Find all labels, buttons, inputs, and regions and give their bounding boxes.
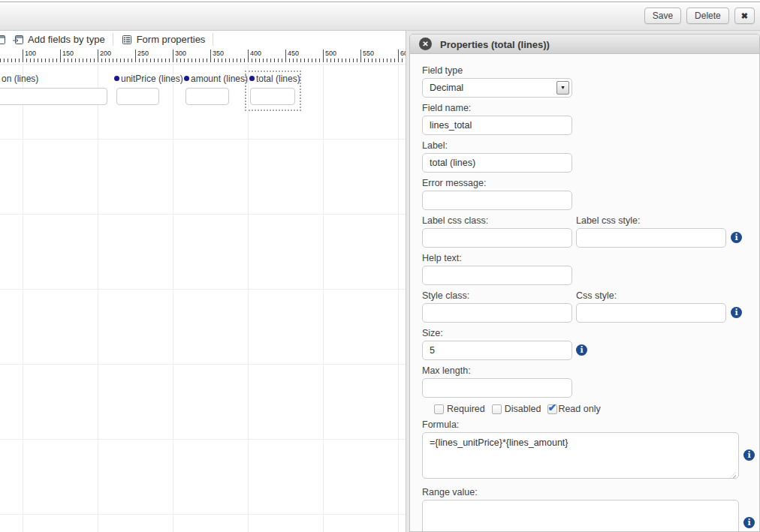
style-class-label: Style class: xyxy=(422,290,576,301)
disabled-checkbox[interactable] xyxy=(492,404,502,414)
canvas-field-input[interactable] xyxy=(0,88,107,105)
canvas-toolbar: Add fields by type Form properties xyxy=(0,31,406,48)
canvas-field-input[interactable] xyxy=(116,88,159,105)
field-bullet-icon xyxy=(184,76,189,81)
field-bullet-icon xyxy=(249,76,255,81)
canvas-field-label: unitPrice (lines) xyxy=(121,74,183,84)
help-text-label: Help text: xyxy=(422,253,759,263)
toolbar-separator xyxy=(113,33,113,46)
size-group: Size: i xyxy=(422,328,759,360)
error-message-input[interactable] xyxy=(422,191,572,210)
style-css-group: Style class: Css style: i xyxy=(422,290,759,323)
save-button[interactable]: Save xyxy=(644,8,681,24)
panel-title: Properties (total (lines)) xyxy=(440,39,550,50)
label-css-style-label: Label css style: xyxy=(576,215,731,226)
field-type-group: Field type Decimal ▼ xyxy=(422,65,759,98)
canvas-field-label: amount (lines) xyxy=(191,74,248,84)
range-value-group: Range value: i xyxy=(422,487,759,532)
error-message-label: Error message: xyxy=(422,178,759,188)
properties-panel: ✕ Properties (total (lines)) Field type … xyxy=(409,34,760,532)
read-only-checkbox[interactable]: ✔ xyxy=(547,404,557,414)
properties-panel-body: Field type Decimal ▼ Field name: Label: … xyxy=(410,54,759,532)
add-fields-by-type-button[interactable]: Add fields by type xyxy=(9,31,108,48)
required-checkbox[interactable] xyxy=(434,404,444,414)
checkmark-icon: ✔ xyxy=(547,401,556,413)
dropdown-arrow-icon[interactable]: ▼ xyxy=(556,81,569,95)
canvas-field-input[interactable] xyxy=(250,88,295,105)
max-length-input[interactable] xyxy=(422,378,572,398)
field-type-select[interactable]: Decimal ▼ xyxy=(422,78,572,98)
toolbar-separator xyxy=(213,33,213,46)
max-length-label: Max length: xyxy=(422,365,759,376)
truncated-toolbar-icon xyxy=(0,34,8,46)
style-class-input[interactable] xyxy=(422,303,572,323)
label-group: Label: xyxy=(422,140,759,173)
error-message-group: Error message: xyxy=(422,178,759,210)
canvas-grid: on (lines) unitPrice (lines) amount (lin… xyxy=(0,64,406,532)
form-canvas: Add fields by type Form properties 100 1… xyxy=(0,31,406,532)
required-label: Required xyxy=(447,404,485,414)
field-type-value: Decimal xyxy=(430,83,463,93)
help-text-group: Help text: xyxy=(422,253,759,285)
form-designer-screen: Save Delete ✖ Add fields by type Form pr… xyxy=(0,0,760,532)
field-type-label: Field type xyxy=(422,65,759,76)
disabled-label: Disabled xyxy=(505,404,541,414)
top-toolbar: Save Delete ✖ xyxy=(0,0,760,31)
info-icon[interactable]: i xyxy=(576,344,587,356)
add-fields-label: Add fields by type xyxy=(28,34,105,45)
field-name-label: Field name: xyxy=(422,103,759,113)
properties-panel-header: ✕ Properties (total (lines)) xyxy=(410,35,759,54)
form-properties-button[interactable]: Form properties xyxy=(118,31,209,48)
label-input[interactable] xyxy=(422,153,572,173)
range-value-label: Range value: xyxy=(422,487,759,497)
read-only-label: Read only xyxy=(558,404,600,414)
ruler-ticks xyxy=(0,59,406,62)
canvas-field-label: on (lines) xyxy=(2,74,38,84)
canvas-field-input[interactable] xyxy=(185,88,229,105)
label-css-class-label: Label css class: xyxy=(422,215,576,226)
label-css-group: Label css class: Label css style: i xyxy=(422,215,759,248)
css-style-label: Css style: xyxy=(576,290,731,301)
form-properties-label: Form properties xyxy=(137,34,206,45)
close-designer-button[interactable]: ✖ xyxy=(734,8,755,24)
label-label: Label: xyxy=(422,140,759,151)
checkbox-row: Required Disabled ✔ Read only xyxy=(434,403,759,415)
range-value-textarea[interactable] xyxy=(422,500,739,532)
size-label: Size: xyxy=(422,328,759,338)
css-style-input[interactable] xyxy=(576,303,726,323)
canvas-field-label: total (lines) xyxy=(256,74,300,84)
panel-close-icon[interactable]: ✕ xyxy=(419,38,432,50)
add-fields-icon xyxy=(12,34,24,46)
formula-group: Formula: ={lines_unitPrice}*{lines_amoun… xyxy=(422,419,759,482)
horizontal-ruler: 100 150 200 250 300 350 400 450 500 550 … xyxy=(0,48,406,64)
formula-label: Formula: xyxy=(422,419,759,430)
info-icon[interactable]: i xyxy=(743,449,755,461)
delete-button[interactable]: Delete xyxy=(686,8,729,24)
max-length-group: Max length: xyxy=(422,365,759,398)
info-icon[interactable]: i xyxy=(743,517,755,528)
label-css-style-input[interactable] xyxy=(576,228,726,248)
formula-textarea[interactable]: ={lines_unitPrice}*{lines_amount} xyxy=(422,432,739,479)
field-bullet-icon xyxy=(114,76,119,81)
field-name-group: Field name: xyxy=(422,103,759,135)
form-properties-icon xyxy=(121,34,133,46)
field-name-input[interactable] xyxy=(422,116,572,135)
info-icon[interactable]: i xyxy=(731,307,742,318)
top-toolbar-buttons: Save Delete ✖ xyxy=(644,8,755,24)
label-css-class-input[interactable] xyxy=(422,228,572,248)
help-text-input[interactable] xyxy=(422,266,572,285)
info-icon[interactable]: i xyxy=(731,232,742,243)
size-input[interactable] xyxy=(422,341,572,360)
top-toolbar-divider xyxy=(0,2,760,2)
